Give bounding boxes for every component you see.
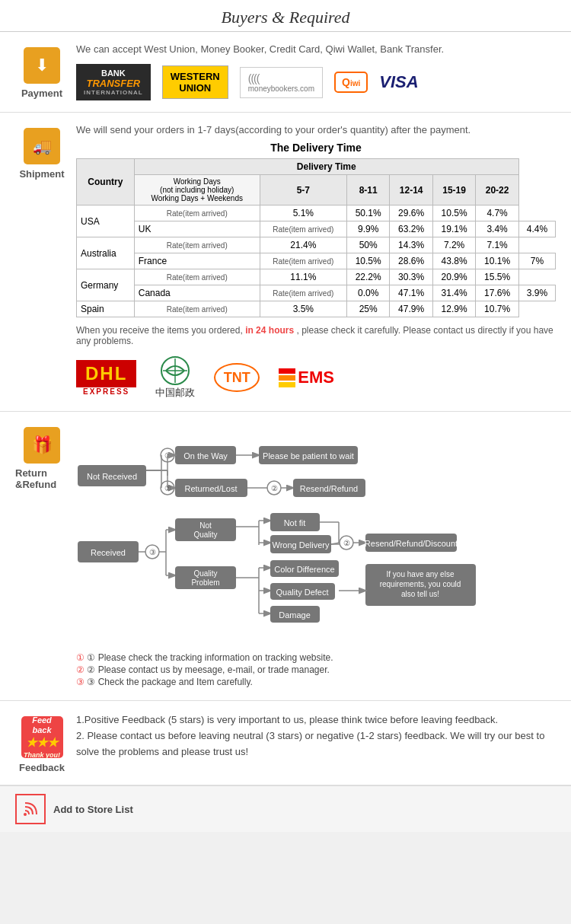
cnpost-icon <box>160 355 190 386</box>
return-icon: 🎁 <box>24 427 60 464</box>
uk-12-14: 19.1% <box>432 221 475 237</box>
delivery-title: The Delivery Time <box>76 142 556 154</box>
usa-12-14: 29.6% <box>390 206 432 221</box>
svg-text:Quality Defect: Quality Defect <box>276 588 328 597</box>
uk-20-22: 4.4% <box>518 221 555 237</box>
country-australia: Australia <box>77 237 135 269</box>
table-row: Spain Rate(item arrived) 3.5% 25% 47.9% … <box>77 301 556 317</box>
fr-20-22: 7% <box>518 253 555 269</box>
ca-12-14: 31.4% <box>432 285 475 301</box>
rate-label-au: Rate(item arrived) <box>134 237 260 253</box>
fr-12-14: 43.8% <box>432 253 475 269</box>
add-to-store-icon[interactable] <box>15 794 46 824</box>
fr-15-19: 10.1% <box>476 253 518 269</box>
table-row: UK Rate(item arrived) 9.9% 63.2% 19.1% 3… <box>77 221 556 237</box>
return-top: 🎁 Return &Refund Not Received ① On the W… <box>15 423 502 689</box>
es-5-7: 3.5% <box>260 301 346 317</box>
au-20-22: 7.1% <box>476 237 518 253</box>
table-subheader-row: Working Days(not including holiday)Worki… <box>77 175 556 206</box>
de-12-14: 30.3% <box>390 269 432 285</box>
svg-text:③: ③ <box>149 548 156 556</box>
ca-20-22: 3.9% <box>518 285 555 301</box>
ems-stripe-2 <box>279 375 295 381</box>
fr-5-7: 10.5% <box>346 253 389 269</box>
country-spain: Spain <box>77 301 135 317</box>
cnpost-logo: 中国邮政 <box>155 355 195 400</box>
dhl-text: DHL <box>76 360 136 387</box>
note-1: ① ① Please check the tracking informatio… <box>76 652 502 663</box>
country-canada: Canada <box>134 285 260 301</box>
rate-label-usa: Rate(item arrived) <box>134 206 260 221</box>
country-germany: Germany <box>77 269 135 301</box>
svg-text:Resend/Refund: Resend/Refund <box>300 484 358 493</box>
svg-text:Quality: Quality <box>193 569 217 578</box>
western-union-logo: WESTERNUNION <box>162 65 228 99</box>
uk-8-11: 63.2% <box>390 221 432 237</box>
col-delivery-time: Delivery Time <box>134 159 518 175</box>
delivery-table: Country Delivery Time Working Days(not i… <box>76 158 556 317</box>
svg-text:Returned/Lost: Returned/Lost <box>184 484 237 493</box>
svg-point-77 <box>24 813 27 816</box>
check-text-1: When you receive the items you ordered, <box>76 325 243 336</box>
svg-text:Not: Not <box>199 521 212 530</box>
svg-text:②: ② <box>271 484 278 492</box>
qiwi-logo: Qiwi <box>334 72 368 93</box>
feedback-label: Feedback <box>19 762 65 773</box>
flowchart-svg: Not Received ① On the Way Please be pati… <box>76 423 502 644</box>
payment-description: We can accept West Union, Money Booker, … <box>76 43 556 55</box>
add-to-store-label[interactable]: Add to Store List <box>53 804 133 815</box>
page-title: Buyers & Required <box>221 8 349 27</box>
svg-text:②: ② <box>343 539 350 547</box>
rate-label-de: Rate(item arrived) <box>134 269 260 285</box>
svg-text:Damage: Damage <box>279 610 311 620</box>
svg-text:②: ② <box>164 484 171 492</box>
col-12-14: 12-14 <box>390 175 432 206</box>
svg-text:Please be patient to wait: Please be patient to wait <box>263 451 354 460</box>
return-section: 🎁 Return &Refund Not Received ① On the W… <box>0 412 571 701</box>
working-days-header: Working Days(not including holiday)Worki… <box>134 175 260 206</box>
return-notes: ① ① Please check the tracking informatio… <box>76 652 502 687</box>
table-row: USA Rate(item arrived) 5.1% 50.1% 29.6% … <box>77 206 556 221</box>
col-country: Country <box>77 159 135 206</box>
svg-text:Received: Received <box>91 548 126 557</box>
usa-20-22: 4.7% <box>476 206 518 221</box>
payment-icon-area: ⬇ Payment <box>15 43 69 99</box>
rate-label-uk: Rate(item arrived) <box>260 221 346 237</box>
table-row: Canada Rate(item arrived) 0.0% 47.1% 31.… <box>77 285 556 301</box>
usa-8-11: 50.1% <box>346 206 389 221</box>
not-received-text: Not Received <box>87 472 137 481</box>
payment-label: Payment <box>21 88 62 99</box>
de-20-22: 15.5% <box>476 269 518 285</box>
svg-text:If you have any else: If you have any else <box>387 570 455 578</box>
bank-transfer-logo: BANK TRANSFER INTERNATIONAL <box>76 64 151 100</box>
col-8-11: 8-11 <box>346 175 389 206</box>
svg-text:Color Difference: Color Difference <box>274 565 334 574</box>
rate-label-fr: Rate(item arrived) <box>260 253 346 269</box>
es-20-22: 10.7% <box>476 301 518 317</box>
ems-stripe-1 <box>279 368 295 374</box>
carrier-logos: DHL EXPRESS 中国邮政 TNT <box>76 355 334 400</box>
es-12-14: 47.9% <box>390 301 432 317</box>
shipment-icon-area: 🚚 Shipment <box>15 124 69 180</box>
shipment-top: 🚚 Shipment We will send your orders in 1… <box>15 124 556 346</box>
payment-logos: BANK TRANSFER INTERNATIONAL WESTERNUNION… <box>76 64 556 100</box>
country-usa: USA <box>77 206 135 237</box>
payment-section: ⬇ Payment We can accept West Union, Mone… <box>0 32 571 113</box>
payment-icon: ⬇ <box>24 47 60 84</box>
page-header: Buyers & Required <box>0 0 571 32</box>
svg-text:requirements, you could: requirements, you could <box>380 580 461 588</box>
col-5-7: 5-7 <box>260 175 346 206</box>
payment-content: We can accept West Union, Money Booker, … <box>69 43 556 100</box>
usa-15-19: 10.5% <box>432 206 475 221</box>
au-8-11: 50% <box>346 237 389 253</box>
svg-text:Quality: Quality <box>193 531 217 539</box>
de-5-7: 11.1% <box>260 269 346 285</box>
return-content: Not Received ① On the Way Please be pati… <box>69 423 502 689</box>
rss-icon <box>21 800 40 818</box>
de-15-19: 20.9% <box>432 269 475 285</box>
au-12-14: 14.3% <box>390 237 432 253</box>
fr-8-11: 28.6% <box>390 253 432 269</box>
usa-5-7: 5.1% <box>260 206 346 221</box>
rate-label-es: Rate(item arrived) <box>134 301 260 317</box>
feedback-icon-area: Feedback ★★★ Thank you! Feedback <box>15 712 69 773</box>
